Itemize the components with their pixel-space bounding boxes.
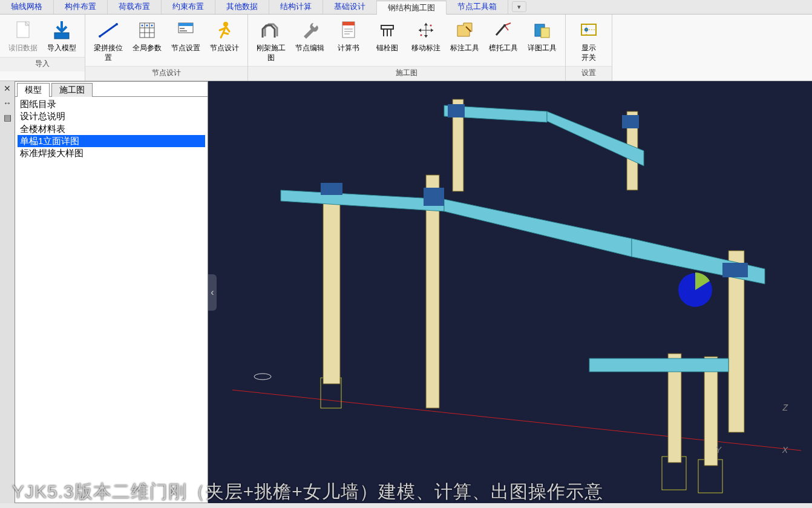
axis-y-label: Y (716, 445, 721, 455)
ribbon-group-node-design: 梁拼接位置 全局参数 节点设置 节点设计 节点设计 (85, 15, 248, 81)
svg-marker-49 (281, 190, 444, 211)
svg-point-12 (151, 25, 153, 27)
import-model-button[interactable]: 导入模型 (42, 17, 81, 54)
doc-icon (336, 18, 361, 42)
svg-rect-34 (541, 28, 549, 38)
svg-line-2 (100, 24, 117, 36)
beam-splice-icon (96, 18, 120, 42)
svg-rect-57 (722, 263, 748, 277)
ribbon: 读旧数据 导入模型 导入 梁拼接位置 全局参数 (0, 15, 812, 81)
svg-rect-54 (589, 358, 729, 372)
tab-other-data[interactable]: 其他数据 (215, 0, 269, 14)
model-render (208, 81, 812, 503)
detail-tool-button[interactable]: 详图工具 (523, 17, 562, 64)
ribbon-group-label-import: 导入 (0, 57, 85, 71)
tab-steel-drawings[interactable]: 钢结构施工图 (377, 1, 447, 15)
import-icon (50, 18, 74, 42)
svg-rect-15 (180, 28, 185, 29)
viewport-collapse-handle[interactable]: ‹ (208, 274, 217, 311)
svg-rect-59 (622, 115, 639, 128)
tab-overflow-button[interactable]: ▾ (512, 1, 526, 12)
ribbon-group-label-settings: 设置 (566, 66, 612, 81)
svg-rect-16 (180, 30, 187, 31)
side-panel: 模型 施工图 图纸目录 设计总说明 全楼材料表 单榀1立面详图 标准焊接大样图 (15, 81, 208, 503)
tree-item-weld-detail[interactable]: 标准焊接大样图 (18, 147, 205, 159)
svg-rect-19 (342, 22, 355, 25)
panel-tree: 图纸目录 设计总说明 全楼材料表 单榀1立面详图 标准焊接大样图 (15, 97, 208, 503)
node-edit-button[interactable]: 节点编辑 (290, 17, 329, 64)
move-dimension-button[interactable]: 移动标注 (407, 17, 445, 64)
close-panel-icon[interactable]: ✕ (2, 84, 12, 93)
svg-rect-1 (54, 33, 69, 39)
model-viewport[interactable]: Y X Z ‹ (208, 81, 812, 503)
tab-foundation-design[interactable]: 基础设计 (323, 0, 377, 14)
svg-point-3 (99, 35, 101, 38)
dock-panel-icon[interactable]: ▤ (2, 113, 12, 122)
svg-rect-56 (424, 188, 444, 206)
ribbon-group-drawings: 刚架施工图 节点编辑 计算书 锚栓图 (248, 15, 566, 81)
tree-item-general-notes[interactable]: 设计总说明 (18, 110, 205, 122)
anchor-icon (375, 18, 399, 42)
tab-constraint-layout[interactable]: 约束布置 (162, 0, 215, 14)
dimension-tool-button[interactable]: 标注工具 (445, 17, 484, 64)
page-icon (11, 18, 35, 42)
beam-splice-button[interactable]: 梁拼接位置 (89, 17, 128, 64)
dim-tool-icon (453, 18, 477, 42)
axis-x-label: X (782, 445, 788, 455)
svg-rect-23 (381, 25, 393, 29)
frame-drawing-button[interactable]: 刚架施工图 (252, 17, 290, 64)
expand-panel-icon[interactable]: ↔ (2, 98, 12, 108)
svg-rect-58 (448, 104, 465, 117)
svg-point-38 (254, 374, 271, 380)
global-params-button[interactable]: 全局参数 (128, 17, 166, 64)
svg-marker-50 (444, 199, 632, 257)
main-area: ✕ ↔ ▤ 模型 施工图 图纸目录 设计总说明 全楼材料表 单榀1立面详图 标准… (0, 81, 812, 503)
tab-node-toolbox[interactable]: 节点工具箱 (447, 0, 508, 14)
ribbon-group-import: 读旧数据 导入模型 导入 (0, 15, 85, 81)
panel-tabs: 模型 施工图 (15, 82, 208, 97)
node-design-button[interactable]: 节点设计 (205, 17, 244, 64)
svg-point-4 (116, 23, 118, 25)
grid-icon (135, 18, 159, 42)
svg-point-10 (142, 25, 143, 27)
purlin-icon (491, 18, 516, 42)
main-tab-bar: 轴线网格 构件布置 荷载布置 约束布置 其他数据 结构计算 基础设计 钢结构施工… (0, 0, 812, 15)
svg-point-29 (421, 35, 422, 36)
tree-item-toc[interactable]: 图纸目录 (18, 98, 205, 110)
tree-item-frame1-elevation[interactable]: 单榀1立面详图 (18, 135, 205, 147)
left-strip: ✕ ↔ ▤ (0, 81, 15, 503)
node-settings-icon (174, 18, 198, 42)
svg-rect-14 (178, 23, 193, 26)
runner-icon (212, 18, 237, 42)
ribbon-group-label-drawings: 施工图 (248, 66, 565, 81)
frame-draw-icon (259, 18, 283, 42)
tab-axis-grid[interactable]: 轴线网格 (0, 0, 54, 14)
axis-z-label: Z (782, 403, 788, 412)
purlin-tool-button[interactable]: 檩托工具 (484, 17, 523, 64)
wrench-icon (298, 18, 322, 42)
ribbon-group-settings: 显示 开关 设置 (566, 15, 612, 81)
display-toggle-button[interactable]: 显示 开关 (569, 17, 608, 64)
panel-tab-drawing[interactable]: 施工图 (51, 83, 93, 97)
calc-report-button[interactable]: 计算书 (329, 17, 368, 64)
move-dim-icon (414, 18, 438, 42)
svg-point-30 (430, 25, 432, 27)
svg-point-32 (503, 24, 506, 27)
tree-item-material-table[interactable]: 全楼材料表 (18, 123, 205, 135)
tab-member-layout[interactable]: 构件布置 (54, 0, 108, 14)
tab-struct-calc[interactable]: 结构计算 (269, 0, 323, 14)
svg-point-11 (146, 25, 148, 27)
tab-load-layout[interactable]: 荷载布置 (108, 0, 162, 14)
node-settings-button[interactable]: 节点设置 (166, 17, 205, 64)
read-old-data-button[interactable]: 读旧数据 (4, 17, 42, 54)
display-icon (577, 18, 601, 42)
detail-icon (530, 18, 554, 42)
anchor-drawing-button[interactable]: 锚栓图 (368, 17, 407, 64)
panel-tab-model[interactable]: 模型 (17, 83, 50, 97)
ribbon-group-label-node-design: 节点设计 (85, 66, 247, 81)
svg-rect-42 (323, 184, 340, 384)
svg-rect-55 (321, 183, 342, 195)
